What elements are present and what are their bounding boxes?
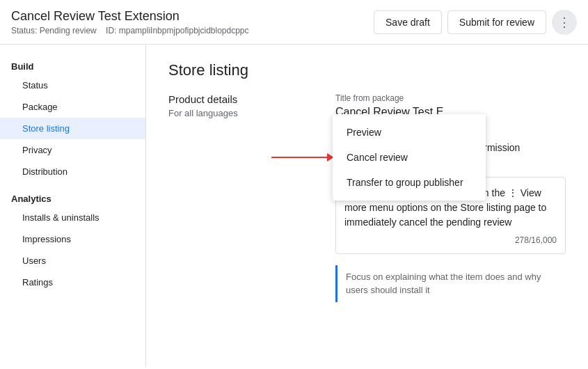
sidebar-item-privacy[interactable]: Privacy <box>0 139 145 161</box>
more-options-button[interactable]: ⋮ <box>552 10 577 35</box>
save-draft-button[interactable]: Save draft <box>374 10 442 34</box>
arrow <box>271 153 334 162</box>
sidebar-item-store-listing[interactable]: Store listing <box>0 118 145 139</box>
focus-hint: Focus on explaining what the item does a… <box>335 265 566 301</box>
description-count: 278/16,000 <box>344 235 557 245</box>
dropdown-item-preview[interactable]: Preview <box>333 120 486 145</box>
header-title-block: Cancel Review Test Extension Status: Pen… <box>11 8 374 36</box>
sidebar: Build Status Package Store listing Priva… <box>0 45 146 366</box>
dropdown-item-cancel-review[interactable]: Cancel review <box>333 145 486 170</box>
main-layout: Build Status Package Store listing Priva… <box>0 45 588 366</box>
submit-review-button[interactable]: Submit for review <box>447 10 546 34</box>
sidebar-item-status[interactable]: Status <box>0 74 145 96</box>
sidebar-section-analytics: Analytics <box>0 188 145 207</box>
extension-status: Status: Pending review ID: mpampliInbpmj… <box>11 26 374 36</box>
arrow-line <box>271 157 327 158</box>
extension-title: Cancel Review Test Extension <box>11 8 374 24</box>
dropdown-item-transfer[interactable]: Transfer to group publisher <box>333 170 486 195</box>
header-actions: Save draft Submit for review ⋮ <box>374 10 577 35</box>
sidebar-section-build: Build <box>0 56 145 74</box>
app-header: Cancel Review Test Extension Status: Pen… <box>0 0 588 45</box>
dropdown-overlay: Preview Cancel review Transfer to group … <box>271 114 486 201</box>
sidebar-item-package[interactable]: Package <box>0 96 145 118</box>
sidebar-item-installs[interactable]: Installs & uninstalls <box>0 207 145 228</box>
page-title: Store listing <box>168 61 566 79</box>
main-content: Store listing Product details For all la… <box>146 45 588 366</box>
dropdown-menu: Preview Cancel review Transfer to group … <box>333 114 486 201</box>
title-from-package-label: Title from package <box>335 93 566 103</box>
sidebar-item-ratings[interactable]: Ratings <box>0 272 145 293</box>
sidebar-item-impressions[interactable]: Impressions <box>0 228 145 250</box>
sidebar-item-users[interactable]: Users <box>0 250 145 272</box>
product-details-title: Product details <box>168 93 308 105</box>
sidebar-item-distribution[interactable]: Distribution <box>0 161 145 182</box>
